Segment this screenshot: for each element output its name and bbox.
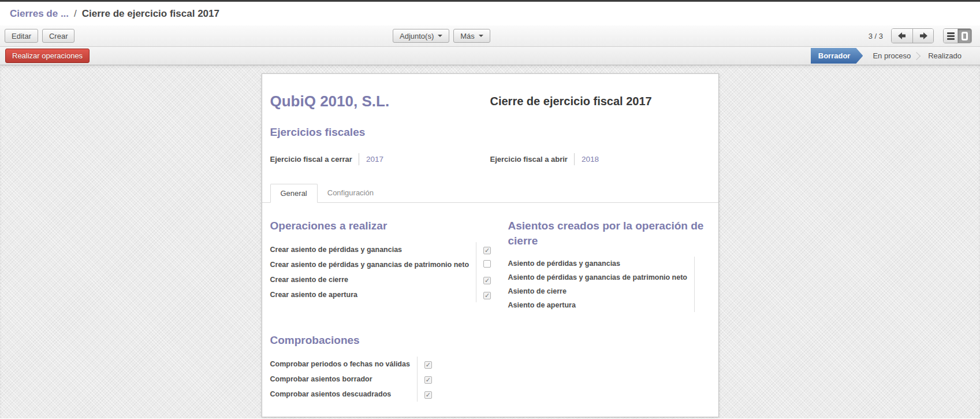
row-label: Asiento de pérdidas y ganancias	[508, 257, 695, 270]
caret-down-icon	[438, 35, 442, 37]
checkbox[interactable]: ✓	[483, 247, 491, 254]
entries-table: Asiento de pérdidas y ganancias Asiento …	[508, 257, 710, 312]
row-label: Asiento de apertura	[508, 298, 695, 312]
table-row: Asiento de pérdidas y ganancias de patri…	[508, 270, 710, 284]
table-row: Crear asiento de apertura ✓	[270, 287, 493, 302]
entry-value[interactable]	[694, 257, 710, 270]
fiscal-year-fields: Ejercicio fiscal a cerrar 2017 Ejercicio…	[270, 153, 710, 165]
toolbar-right-group: 3 / 3	[869, 28, 975, 43]
statusbar-state-borrador[interactable]: Borrador	[811, 48, 863, 64]
row-label: Crear asiento de pérdidas y ganancias de…	[270, 257, 476, 272]
table-row: Crear asiento de pérdidas y ganancias de…	[270, 257, 493, 272]
entries-title: Asientos creados por la operación de cie…	[508, 218, 710, 248]
checks-title: Comprobaciones	[270, 333, 710, 348]
checks-table: Comprobar periodos o fechas no válidas ✓…	[270, 357, 434, 402]
pager-buttons	[891, 28, 934, 43]
table-row: Asiento de apertura	[508, 298, 710, 312]
checkbox[interactable]: ✓	[424, 376, 432, 384]
row-label: Crear asiento de apertura	[270, 287, 476, 302]
entry-value[interactable]	[694, 284, 710, 298]
table-row: Asiento de cierre	[508, 284, 710, 298]
next-record-button[interactable]	[912, 29, 933, 43]
statusbar: Borrador En proceso Realizado	[811, 48, 980, 64]
sheet-header: QubiQ 2010, S.L. Cierre de ejercicio fis…	[270, 92, 710, 110]
run-operations-button[interactable]: Realizar operaciones	[5, 49, 90, 63]
table-row: Comprobar periodos o fechas no válidas ✓	[270, 357, 434, 372]
create-button[interactable]: Crear	[42, 29, 75, 43]
row-label: Crear asiento de pérdidas y ganancias	[270, 242, 476, 257]
checkbox[interactable]: ✓	[483, 292, 491, 299]
company-name: QubiQ 2010, S.L.	[270, 92, 490, 110]
breadcrumb-parent-link[interactable]: Cierres de ...	[10, 8, 69, 20]
previous-record-button[interactable]	[892, 29, 912, 43]
pager-counter: 3 / 3	[869, 32, 883, 40]
row-label: Comprobar asientos descuadrados	[270, 387, 418, 402]
fiscal-year-to-close-value[interactable]: 2017	[359, 153, 383, 165]
operations-group: Operaciones a realizar Crear asiento de …	[270, 218, 508, 312]
entries-group: Asientos creados por la operación de cie…	[508, 218, 710, 312]
tab-content-general: Operaciones a realizar Crear asiento de …	[270, 203, 710, 402]
page-title: Cierre de ejercicio fiscal 2017	[490, 95, 652, 110]
more-dropdown-button[interactable]: Más	[453, 29, 490, 43]
checks-group: Comprobaciones Comprobar periodos o fech…	[270, 333, 710, 402]
table-row: Crear asiento de cierre ✓	[270, 272, 493, 287]
checkbox[interactable]	[483, 260, 491, 268]
table-row: Asiento de pérdidas y ganancias	[508, 257, 710, 270]
form-view-button[interactable]	[957, 29, 971, 43]
toolbar: Editar Crear Adjunto(s) Más 3 / 3	[0, 25, 980, 46]
attachments-dropdown-button[interactable]: Adjunto(s)	[393, 29, 449, 43]
toolbar-center-group: Adjunto(s) Más	[393, 29, 494, 43]
breadcrumb-current: Cierre de ejercicio fiscal 2017	[82, 8, 219, 20]
row-label: Crear asiento de cierre	[270, 272, 476, 287]
notebook-tabs: General Configuración	[262, 184, 718, 203]
list-view-icon	[947, 32, 955, 40]
more-label: Más	[460, 32, 475, 40]
field-label: Ejercicio fiscal a cerrar	[270, 153, 359, 165]
next-arrow-icon	[919, 32, 927, 39]
row-label: Comprobar asientos borrador	[270, 372, 418, 387]
tab-general[interactable]: General	[270, 184, 318, 203]
table-row: Comprobar asientos descuadrados ✓	[270, 387, 434, 402]
breadcrumb-separator: /	[74, 8, 77, 20]
caret-down-icon	[479, 35, 483, 37]
operations-table: Crear asiento de pérdidas y ganancias ✓ …	[270, 242, 493, 302]
prev-arrow-icon	[898, 32, 906, 39]
form-sheet: QubiQ 2010, S.L. Cierre de ejercicio fis…	[262, 73, 719, 417]
table-row: Comprobar asientos borrador ✓	[270, 372, 434, 387]
breadcrumb: Cierres de ... / Cierre de ejercicio fis…	[0, 2, 980, 25]
content-area: QubiQ 2010, S.L. Cierre de ejercicio fis…	[0, 65, 980, 418]
statusbar-state-realizado[interactable]: Realizado	[918, 48, 971, 64]
status-row: Realizar operaciones Borrador En proceso…	[0, 46, 980, 65]
entry-value[interactable]	[694, 298, 710, 312]
form-view-icon	[962, 32, 968, 40]
operations-title: Operaciones a realizar	[270, 218, 506, 233]
field-fiscal-year-to-close: Ejercicio fiscal a cerrar 2017	[270, 153, 490, 165]
attachments-label: Adjunto(s)	[400, 32, 434, 40]
tab-configuracion[interactable]: Configuración	[318, 184, 383, 202]
row-label: Asiento de pérdidas y ganancias de patri…	[508, 270, 695, 284]
sheet-subtitle: Ejercicios fiscales	[270, 126, 710, 139]
row-label: Asiento de cierre	[508, 284, 695, 298]
field-fiscal-year-to-open: Ejercicio fiscal a abrir 2018	[490, 153, 710, 165]
checkbox[interactable]: ✓	[424, 361, 432, 369]
row-label: Comprobar periodos o fechas no válidas	[270, 357, 418, 372]
edit-button[interactable]: Editar	[5, 29, 38, 43]
list-view-button[interactable]	[944, 29, 957, 43]
field-label: Ejercicio fiscal a abrir	[490, 153, 575, 165]
view-switcher	[943, 28, 972, 43]
checkbox[interactable]: ✓	[424, 391, 432, 399]
table-row: Crear asiento de pérdidas y ganancias ✓	[270, 242, 493, 257]
fiscal-year-to-open-value[interactable]: 2018	[575, 153, 599, 165]
entry-value[interactable]	[694, 270, 710, 284]
checkbox[interactable]: ✓	[483, 277, 491, 284]
